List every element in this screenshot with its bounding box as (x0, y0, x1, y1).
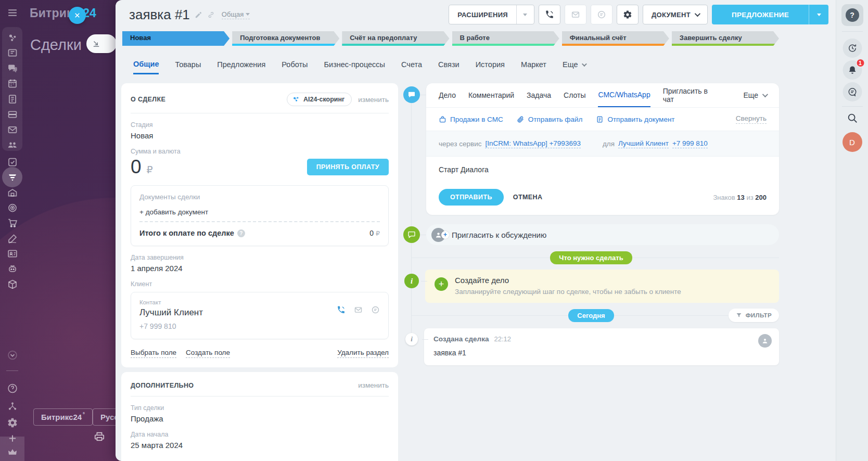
tab-slots[interactable]: Слоты (564, 83, 585, 107)
invite-discussion-input[interactable]: + Пригласить к обсуждению (426, 224, 779, 245)
cart-icon[interactable] (7, 217, 18, 228)
tab-task[interactable]: Задача (527, 83, 551, 107)
messenger-icon[interactable] (7, 63, 18, 74)
edit-title-icon[interactable] (195, 11, 202, 19)
tab-links[interactable]: Связи (438, 56, 459, 73)
proposal-dropdown[interactable] (809, 5, 828, 24)
tab-history[interactable]: История (476, 56, 505, 73)
bitrix24-brand-button[interactable]: Битрикс24° (33, 408, 93, 426)
add-document-link[interactable]: + добавить документ (139, 208, 208, 216)
contact-mail-icon[interactable] (354, 305, 363, 314)
filter-button[interactable]: ФИЛЬТР (729, 309, 779, 322)
mail-icon[interactable] (7, 124, 18, 135)
tab-market[interactable]: Маркет (521, 56, 546, 73)
tab-more[interactable]: Еще (563, 56, 585, 73)
send-button[interactable]: ОТПРАВИТЬ (439, 189, 504, 206)
extensions-dropdown[interactable] (516, 5, 534, 24)
robot-icon[interactable] (7, 263, 18, 274)
call-button[interactable] (539, 5, 560, 24)
document-button[interactable]: ДОКУМЕНТ (643, 5, 708, 24)
documents-icon[interactable] (7, 94, 18, 105)
sms-recipient-selector[interactable]: Лучший Клиент (618, 139, 669, 148)
help-icon[interactable] (7, 383, 18, 394)
help-hint-icon[interactable]: ? (237, 229, 245, 237)
helpdesk-button[interactable]: ? (841, 4, 863, 26)
tab-general[interactable]: Общие (133, 55, 159, 74)
start-date-value[interactable]: 25 марта 2024 (131, 441, 389, 450)
contacts-icon[interactable] (7, 248, 18, 259)
sales-sms-link[interactable]: Продажи в СМС (439, 116, 503, 123)
pulse-icon[interactable] (7, 32, 18, 43)
contact-phone[interactable]: +7 999 810 (139, 322, 380, 330)
notifications-button[interactable]: 1 (843, 60, 862, 80)
tab-quotes[interactable]: Предложения (217, 56, 265, 73)
structure-icon[interactable] (7, 401, 18, 412)
settings-icon[interactable] (7, 417, 18, 428)
ai-scoring-badge[interactable]: AI24-скоринг (287, 93, 352, 106)
drive-icon[interactable] (7, 109, 18, 120)
kanban-icon[interactable] (7, 47, 18, 58)
warehouse-icon[interactable] (7, 187, 18, 198)
printer-icon[interactable] (94, 431, 105, 442)
proposal-button[interactable]: ПРЕДЛОЖЕНИЕ (712, 5, 828, 24)
pipeline-stage-new[interactable]: Новая (122, 31, 229, 46)
user-avatar[interactable]: D (843, 132, 862, 152)
accept-payment-button[interactable]: ПРИНЯТЬ ОПЛАТУ (307, 159, 389, 175)
tab-activity[interactable]: Дело (439, 83, 456, 107)
deal-type-value[interactable]: Продажа (131, 414, 389, 423)
funnel-selector[interactable]: Общая (222, 10, 250, 19)
event-author-avatar[interactable] (758, 334, 772, 348)
pipeline-stage-close[interactable]: Завершить сделку (672, 31, 779, 46)
contact-call-icon[interactable] (337, 305, 346, 314)
tasks-icon[interactable] (7, 157, 18, 168)
tab-sms-whatsapp[interactable]: СМС/WhatsApp (598, 83, 650, 107)
timeline-tabs-more[interactable]: Еще (744, 91, 767, 99)
sms-phone-selector[interactable]: +7 999 810 (672, 139, 708, 148)
pipeline-stage-final-invoice[interactable]: Финальный счёт (562, 31, 669, 46)
close-date-value[interactable]: 1 апреля 2024 (131, 264, 389, 273)
tab-products[interactable]: Товары (175, 56, 201, 73)
history-button[interactable] (843, 39, 862, 58)
sign-icon[interactable] (7, 233, 18, 244)
create-activity-card[interactable]: + Создайте дело Запланируйте следующий ш… (425, 270, 779, 303)
tab-bizproc[interactable]: Бизнес-процессы (324, 56, 386, 73)
copy-link-icon[interactable] (207, 11, 215, 19)
collapse-link[interactable]: Свернуть (736, 114, 767, 124)
tab-invoices[interactable]: Счета (401, 56, 422, 73)
advice-title[interactable]: Создайте дело (455, 276, 681, 285)
contact-card[interactable]: Контакт Лучший Клиент +7 999 810 (131, 292, 389, 339)
settings-button[interactable] (617, 5, 639, 24)
crm-funnel-icon[interactable] (7, 172, 18, 183)
edit-section-link[interactable]: изменить (358, 381, 389, 389)
pipeline-stage-inwork[interactable]: В работе (452, 31, 559, 46)
sms-message-input[interactable]: Старт Диалога (426, 157, 779, 189)
calendar-icon[interactable] (7, 78, 18, 89)
contact-chat-icon[interactable] (371, 305, 380, 314)
deal-created-event-card[interactable]: Создана сделка 22:12 заявка #1 (424, 328, 779, 365)
deal-amount[interactable]: 0 ₽ (131, 156, 153, 178)
stage-field-value[interactable]: Новая (131, 131, 389, 140)
collapse-chevron-icon[interactable] (7, 350, 18, 361)
groups-icon[interactable] (7, 139, 18, 150)
tab-comment[interactable]: Комментарий (468, 83, 514, 107)
sms-service-selector[interactable]: [InCRM: WhatsApp] +7993693 (485, 139, 580, 148)
send-file-link[interactable]: Отправить файл (517, 116, 583, 123)
send-document-link[interactable]: Отправить документ (596, 116, 674, 123)
chat-button[interactable] (591, 5, 612, 24)
extensions-button[interactable]: РАСШИРЕНИЯ (449, 5, 534, 24)
apps-box-icon[interactable] (7, 279, 18, 290)
app-logo[interactable]: Битрикс 24 (30, 6, 96, 20)
close-slider-button[interactable] (69, 7, 86, 24)
edit-section-link[interactable]: изменить (358, 96, 389, 104)
search-button[interactable] (847, 112, 858, 124)
pipeline-stage-prepay[interactable]: Счёт на предоплату (342, 31, 449, 46)
menu-icon[interactable] (7, 7, 18, 18)
timeline-chat-button[interactable] (843, 82, 862, 101)
email-button[interactable] (565, 5, 586, 24)
tab-invite-chat[interactable]: Пригласить в чат (663, 83, 719, 107)
event-text[interactable]: заявка #1 (433, 349, 770, 357)
dock-slider-button[interactable] (86, 34, 117, 53)
delete-section-link[interactable]: Удалить раздел (337, 349, 389, 358)
cancel-button[interactable]: ОТМЕНА (513, 194, 543, 201)
subscription-crown-icon[interactable] (7, 446, 18, 457)
